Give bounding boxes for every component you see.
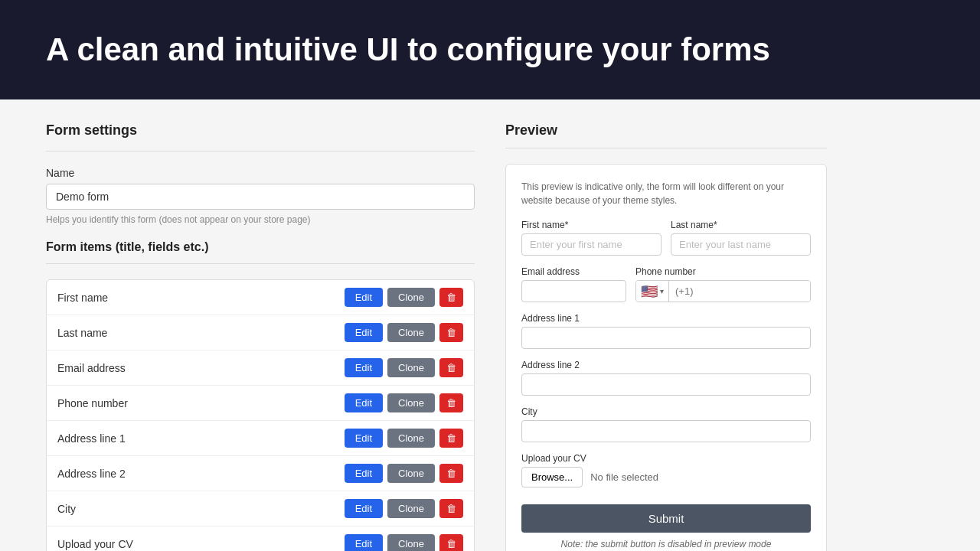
- edit-button[interactable]: Edit: [345, 323, 383, 342]
- delete-button[interactable]: 🗑: [439, 323, 463, 342]
- edit-button[interactable]: Edit: [345, 499, 383, 518]
- delete-button[interactable]: 🗑: [439, 464, 463, 483]
- address1-field: Address line 1: [521, 313, 811, 349]
- first-name-field: First name*: [521, 220, 662, 256]
- first-name-label: First name*: [521, 220, 662, 230]
- phone-number-input[interactable]: [669, 281, 810, 302]
- clone-button[interactable]: Clone: [387, 534, 435, 551]
- right-panel: Preview This preview is indicative only,…: [505, 122, 827, 551]
- edit-button[interactable]: Edit: [345, 534, 383, 551]
- form-items-list: First name Edit Clone 🗑 Last name Edit C…: [47, 280, 474, 551]
- phone-flag[interactable]: 🇺🇸 ▾: [636, 281, 669, 302]
- clone-button[interactable]: Clone: [387, 393, 435, 412]
- edit-button[interactable]: Edit: [345, 288, 383, 307]
- form-item-label: Address line 1: [57, 432, 345, 445]
- form-item-label: First name: [57, 292, 345, 304]
- delete-button[interactable]: 🗑: [439, 499, 463, 518]
- form-item-label: City: [57, 503, 345, 515]
- form-item-row: Last name Edit Clone 🗑: [47, 315, 474, 350]
- form-item-row: Email address Edit Clone 🗑: [47, 350, 474, 386]
- city-label: City: [521, 406, 811, 417]
- clone-button[interactable]: Clone: [387, 358, 435, 377]
- form-item-row: Phone number Edit Clone 🗑: [47, 386, 474, 421]
- name-row: First name* Last name*: [521, 220, 811, 256]
- preview-form: First name* Last name* Email address: [521, 220, 811, 549]
- last-name-label: Last name*: [671, 220, 811, 230]
- upload-row: Browse... No file selected: [521, 467, 811, 487]
- city-field: City: [521, 406, 811, 442]
- edit-button[interactable]: Edit: [345, 429, 383, 448]
- email-label: Email address: [521, 266, 626, 277]
- no-file-text: No file selected: [590, 471, 658, 483]
- phone-field: Phone number 🇺🇸 ▾: [635, 266, 811, 302]
- preview-box: This preview is indicative only, the for…: [505, 164, 827, 551]
- form-item-row: City Edit Clone 🗑: [47, 491, 474, 527]
- edit-button[interactable]: Edit: [345, 358, 383, 377]
- upload-cv-field: Upload your CV Browse... No file selecte…: [521, 453, 811, 487]
- address2-input[interactable]: [521, 373, 811, 396]
- delete-button[interactable]: 🗑: [439, 534, 463, 551]
- clone-button[interactable]: Clone: [387, 429, 435, 448]
- address1-input[interactable]: [521, 327, 811, 349]
- clone-button[interactable]: Clone: [387, 499, 435, 518]
- hero-section: A clean and intuitive UI to configure yo…: [0, 0, 980, 99]
- form-item-label: Phone number: [57, 397, 345, 409]
- browse-button[interactable]: Browse...: [521, 467, 583, 487]
- left-panel: Form settings Name Helps you identify th…: [46, 122, 475, 551]
- form-item-label: Last name: [57, 327, 345, 339]
- clone-button[interactable]: Clone: [387, 323, 435, 342]
- form-item-label: Email address: [57, 362, 345, 374]
- edit-button[interactable]: Edit: [345, 393, 383, 412]
- name-input[interactable]: [46, 184, 475, 210]
- form-items-title: Form items (title, fields etc.): [46, 240, 475, 254]
- form-item-row: Upload your CV Edit Clone 🗑: [47, 527, 474, 551]
- form-settings-title: Form settings: [46, 122, 475, 139]
- delete-button[interactable]: 🗑: [439, 358, 463, 377]
- form-item-row: Address line 1 Edit Clone 🗑: [47, 421, 474, 456]
- email-field: Email address: [521, 266, 626, 302]
- form-item-row: Address line 2 Edit Clone 🗑: [47, 456, 474, 491]
- form-item-label: Address line 2: [57, 468, 345, 480]
- phone-input-wrapper: 🇺🇸 ▾: [635, 280, 811, 302]
- delete-button[interactable]: 🗑: [439, 393, 463, 412]
- delete-button[interactable]: 🗑: [439, 288, 463, 307]
- name-label: Name: [46, 167, 475, 179]
- flag-emoji: 🇺🇸: [641, 283, 658, 300]
- last-name-field: Last name*: [671, 220, 811, 256]
- divider-2: [46, 263, 475, 264]
- form-item-row: First name Edit Clone 🗑: [47, 280, 474, 315]
- form-item-label: Upload your CV: [57, 538, 345, 550]
- main-content: Form settings Name Helps you identify th…: [0, 99, 980, 551]
- submit-note: Note: the submit button is disabled in p…: [521, 539, 811, 549]
- address2-field: Address line 2: [521, 360, 811, 396]
- upload-cv-label: Upload your CV: [521, 453, 811, 464]
- clone-button[interactable]: Clone: [387, 464, 435, 483]
- preview-title: Preview: [505, 122, 827, 139]
- flag-chevron-icon: ▾: [660, 287, 664, 295]
- delete-button[interactable]: 🗑: [439, 429, 463, 448]
- divider-1: [46, 151, 475, 152]
- email-input[interactable]: [521, 280, 626, 302]
- name-field-group: Name Helps you identify this form (does …: [46, 167, 475, 225]
- name-hint: Helps you identify this form (does not a…: [46, 214, 475, 225]
- form-items-container: First name Edit Clone 🗑 Last name Edit C…: [46, 279, 475, 551]
- hero-title: A clean and intuitive UI to configure yo…: [46, 31, 934, 69]
- edit-button[interactable]: Edit: [345, 464, 383, 483]
- last-name-input[interactable]: [671, 233, 811, 256]
- phone-label: Phone number: [635, 266, 811, 277]
- submit-button[interactable]: Submit: [521, 504, 811, 533]
- address2-label: Address line 2: [521, 360, 811, 370]
- email-phone-row: Email address Phone number 🇺🇸 ▾: [521, 266, 811, 302]
- preview-note: This preview is indicative only, the for…: [521, 180, 811, 207]
- divider-preview: [505, 148, 827, 148]
- address1-label: Address line 1: [521, 313, 811, 324]
- clone-button[interactable]: Clone: [387, 288, 435, 307]
- city-input[interactable]: [521, 420, 811, 442]
- first-name-input[interactable]: [521, 233, 662, 256]
